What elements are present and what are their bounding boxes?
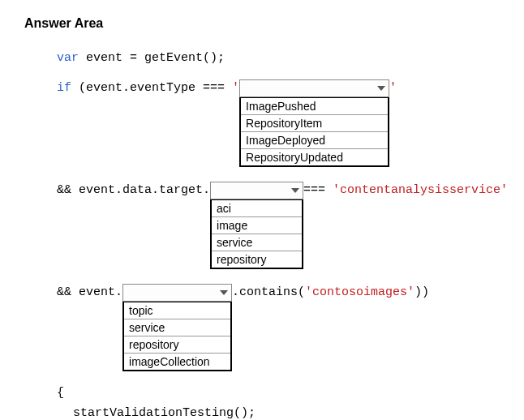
keyword-var: var [57, 51, 79, 65]
dropdown-option[interactable]: ImagePushed [241, 98, 388, 115]
dropdown-option[interactable]: service [124, 319, 230, 336]
page-title: Answer Area [24, 16, 500, 31]
code-line-3: && event.data.target. aci image service … [24, 182, 500, 269]
chevron-down-icon [377, 86, 385, 91]
dropdown-option[interactable]: service [212, 234, 302, 251]
code-text: === [303, 183, 333, 197]
dropdown-option[interactable]: topic [124, 302, 230, 319]
code-text: .contains( [232, 285, 305, 299]
dropdown-option[interactable]: imageCollection [124, 354, 230, 370]
code-line-1: var event = getEvent(); [24, 51, 500, 65]
code-text: event = getEvent(); [79, 51, 225, 65]
code-line-4: && event. topic service repository image… [24, 284, 500, 371]
string-quote: ' [389, 81, 397, 95]
code-text: (event.eventType === [71, 81, 232, 95]
chevron-down-icon [291, 188, 299, 193]
string-literal: 'contosoimages' [305, 285, 414, 299]
brace-open: { [24, 386, 500, 400]
string-literal: 'contentanalysisservice' [333, 183, 508, 197]
dropdown-option[interactable]: RepositoryUpdated [241, 149, 388, 165]
dropdown-option[interactable]: aci [212, 200, 302, 217]
code-call: startValidationTesting(); [24, 406, 500, 420]
dropdown-event-property-trigger[interactable] [122, 284, 232, 302]
dropdown-option[interactable]: image [212, 217, 302, 234]
dropdown-event-type-list: ImagePushed RepositoryItem ImageDeployed… [239, 96, 389, 167]
dropdown-option[interactable]: RepositoryItem [241, 115, 388, 132]
code-text: )) [414, 285, 429, 299]
dropdown-event-type[interactable]: ImagePushed RepositoryItem ImageDeployed… [239, 79, 389, 167]
dropdown-target-trigger[interactable] [210, 182, 303, 199]
dropdown-event-property[interactable]: topic service repository imageCollection [122, 284, 232, 371]
code-line-2: if (event.eventType === ' ImagePushed Re… [24, 79, 500, 167]
dropdown-event-type-trigger[interactable] [239, 79, 389, 97]
code-text: && event.data.target. [57, 183, 210, 197]
string-quote: ' [232, 81, 239, 95]
chevron-down-icon [220, 290, 228, 295]
dropdown-option[interactable]: repository [124, 336, 230, 354]
dropdown-event-property-list: topic service repository imageCollection [122, 301, 232, 371]
code-text: && event. [57, 285, 122, 299]
dropdown-target[interactable]: aci image service repository [210, 182, 303, 269]
dropdown-target-list: aci image service repository [210, 199, 303, 269]
dropdown-option[interactable]: repository [212, 251, 302, 268]
keyword-if: if [57, 81, 71, 95]
dropdown-option[interactable]: ImageDeployed [241, 132, 388, 149]
